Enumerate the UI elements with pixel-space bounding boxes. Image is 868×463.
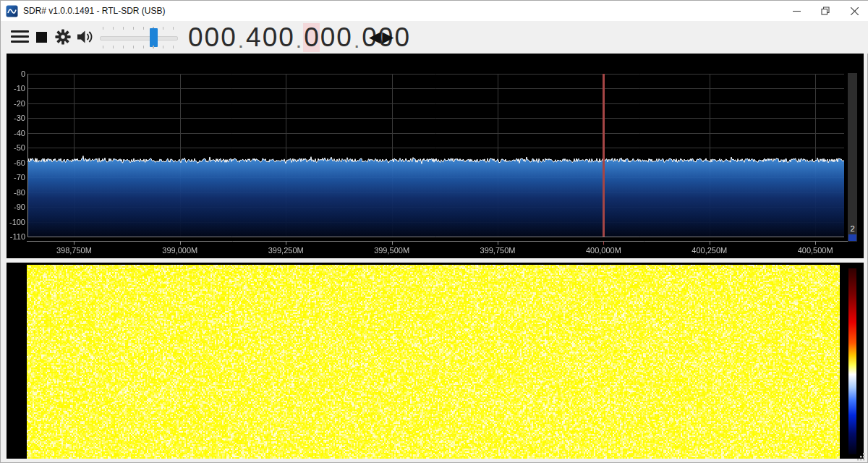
db-tick-label: -50: [7, 143, 25, 152]
frequency-separator: .: [237, 28, 245, 53]
frequency-digit[interactable]: 0: [336, 23, 352, 52]
db-tick-label: -40: [7, 129, 25, 137]
close-icon: [851, 7, 859, 15]
zoom-slider-value: 2: [848, 224, 857, 233]
frequency-tick-label: 400,000M: [578, 246, 629, 255]
frequency-tick-label: 399,000M: [155, 246, 205, 255]
db-tick-label: -20: [7, 99, 25, 108]
spectrum-display[interactable]: 0-10-20-30-40-50-60-70-80-90-100-110 398…: [7, 54, 864, 258]
slider-ticks: [103, 27, 174, 30]
db-tick-label: -110: [7, 232, 25, 241]
frequency-separator: .: [294, 28, 303, 53]
db-tick-label: -10: [7, 84, 25, 93]
volume-slider-thumb[interactable]: [150, 28, 158, 47]
step-down-button[interactable]: ◀: [368, 27, 381, 46]
frequency-step-controls: ◀ ▶: [368, 27, 394, 46]
frequency-digit[interactable]: 0: [278, 23, 294, 52]
toolbar: 000.400.000.000 ◀ ▶: [1, 21, 868, 54]
frequency-tick-label: 400,500M: [790, 246, 841, 255]
frequency-digit[interactable]: 4: [245, 23, 262, 52]
frequency-digit[interactable]: 0: [320, 23, 336, 52]
resize-grip-icon[interactable]: [856, 451, 866, 462]
stop-button[interactable]: [36, 32, 47, 43]
db-tick-label: -60: [7, 158, 25, 167]
frequency-tick-label: 400,250M: [684, 246, 735, 255]
db-tick-label: -100: [7, 218, 25, 226]
db-tick-label: -80: [7, 188, 25, 197]
minimize-icon: [793, 7, 801, 15]
frequency-digit[interactable]: 0: [262, 23, 278, 52]
db-tick-label: 0: [7, 69, 25, 78]
titlebar: SDR# v1.0.0.1491 - RTL-SDR (USB): [1, 1, 868, 21]
db-tick-label: -90: [7, 203, 25, 211]
volume-slider[interactable]: [100, 27, 176, 48]
frequency-tick-label: 399,500M: [367, 246, 417, 255]
volume-mute-button[interactable]: [76, 28, 95, 46]
spectrum-zoom-slider[interactable]: 2: [848, 73, 857, 242]
frequency-digit[interactable]: 0: [303, 23, 320, 52]
db-tick-label: -30: [7, 114, 25, 122]
restore-icon: [821, 7, 830, 15]
spectrum-canvas[interactable]: [7, 54, 864, 258]
frequency-separator: .: [352, 28, 361, 53]
step-up-button[interactable]: ▶: [381, 27, 394, 46]
speaker-icon: [76, 28, 95, 46]
settings-button[interactable]: [54, 28, 72, 46]
frequency-digit[interactable]: 0: [204, 23, 221, 52]
restore-button[interactable]: [811, 1, 840, 21]
db-tick-label: -70: [7, 173, 25, 182]
window-title: SDR# v1.0.0.1491 - RTL-SDR (USB): [23, 6, 166, 16]
app-logo-icon: [6, 5, 18, 17]
frequency-digit[interactable]: 0: [393, 23, 410, 52]
hamburger-icon: [11, 30, 29, 33]
close-button[interactable]: [840, 1, 868, 21]
frequency-tick-label: 399,750M: [472, 246, 523, 255]
zoom-slider-thumb[interactable]: [848, 234, 856, 241]
waterfall-display[interactable]: [7, 263, 864, 459]
waterfall-colorbar: [848, 268, 856, 454]
slider-track[interactable]: [100, 36, 178, 41]
frequency-tick-label: 399,250M: [260, 246, 311, 255]
frequency-digit[interactable]: 0: [220, 23, 237, 52]
gear-icon: [54, 28, 72, 46]
sdrsharp-window: SDR# v1.0.0.1491 - RTL-SDR (USB): [0, 0, 868, 463]
waterfall-canvas[interactable]: [27, 265, 840, 459]
menu-button[interactable]: [11, 30, 29, 43]
stop-icon: [36, 32, 47, 43]
minimize-button[interactable]: [782, 1, 811, 21]
slider-ticks: [103, 46, 174, 48]
frequency-digit[interactable]: 0: [187, 23, 204, 52]
frequency-tick-label: 398,750M: [48, 246, 99, 255]
